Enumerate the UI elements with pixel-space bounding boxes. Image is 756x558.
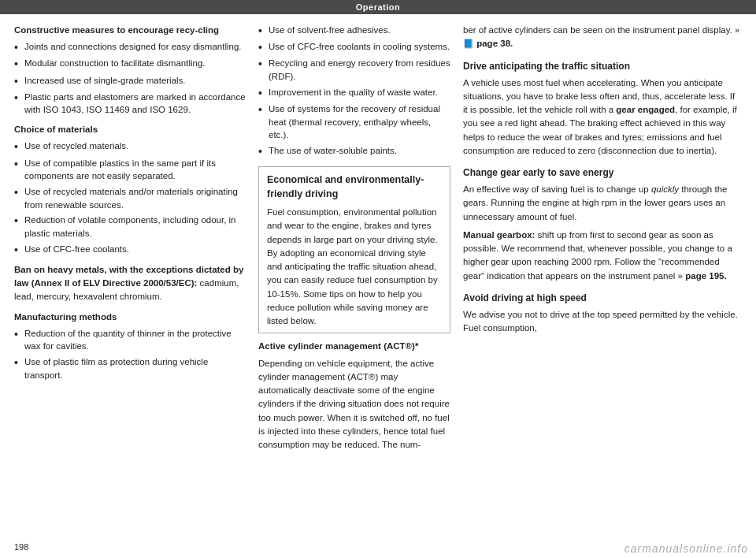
bullet-text: Reduction of volatile components, includ… [24, 214, 246, 240]
section1-title: Constructive measures to encourage recy-… [14, 24, 246, 37]
bullet-text: Use of recycled materials. [24, 140, 246, 153]
list-item: • Increased use of single-grade material… [14, 74, 246, 88]
bullet-icon: • [14, 40, 22, 54]
bullet-icon: • [14, 74, 22, 88]
quickly-italic: quickly [651, 184, 679, 194]
bullet-icon: • [258, 144, 266, 158]
bullet-text: Use of CFC-free coolants in cooling syst… [269, 40, 450, 54]
bullet-icon: • [258, 57, 266, 71]
section4-title: Manufacturing methods [14, 311, 246, 324]
bullet-text: Modular construction to facilitate disma… [24, 57, 246, 70]
act-continuation: ber of active cylinders can be seen on t… [463, 24, 742, 51]
bullet-text: Use of CFC-free coolants. [24, 243, 246, 256]
list-item: • Modular construction to facilitate dis… [14, 57, 246, 71]
act-ref-text: page 38. [476, 39, 513, 48]
book-icon: 📘 [463, 39, 474, 48]
bullet-icon: • [14, 185, 22, 199]
bullet-text: Plastic parts and elastomers are marked … [24, 91, 246, 117]
list-item: • Reduction of volatile components, incl… [14, 214, 246, 240]
manual-gearbox-bold: Manual gearbox: [463, 230, 535, 240]
watermark-text: carmanualsonline.info [624, 542, 748, 555]
middle-column: • Use of solvent-free adhesives. • Use o… [258, 24, 463, 552]
avoid-speed-body: We advise you not to drive at the top sp… [463, 308, 742, 336]
act-body: Depending on vehicle equipment, the acti… [258, 357, 450, 452]
bullet-text: Use of compatible plastics in the same p… [24, 157, 246, 183]
bullet-icon: • [258, 102, 266, 117]
eco-box-wrapper: Economical and environmentally-friendly … [258, 166, 450, 333]
eco-box-body: Fuel consumption, environmental pollutio… [267, 206, 442, 328]
list-item: • Use of compatible plastics in the same… [14, 157, 246, 183]
right-column: ber of active cylinders can be seen on t… [463, 24, 742, 552]
bullet-icon: • [14, 214, 22, 228]
eco-box: Economical and environmentally-friendly … [258, 166, 450, 333]
list-item: • Use of plastic film as protection duri… [14, 355, 246, 381]
list-item: • Use of systems for the recovery of res… [258, 102, 450, 142]
bullet-text: The use of water-soluble paints. [269, 144, 450, 158]
eco-box-title: Economical and environmentally-friendly … [267, 173, 442, 201]
drive-anticipate-title: Drive anticipating the traffic situation [463, 59, 742, 73]
bullet-text: Increased use of single-grade materials. [24, 74, 246, 87]
list-item: • Use of CFC-free coolants. [14, 243, 246, 257]
list-item: • The use of water-soluble paints. [258, 144, 450, 158]
list-item: • Reduction of the quantity of thinner i… [14, 327, 246, 353]
list-item: • Use of recycled materials and/or mater… [14, 185, 246, 211]
act-title: Active cylinder management (ACT®)* [258, 340, 450, 353]
bullet-icon: • [14, 243, 22, 257]
page-number: 198 [14, 542, 28, 552]
act-cont-text: ber of active cylinders can be seen on t… [463, 25, 732, 35]
list-item: • Use of CFC-free coolants in cooling sy… [258, 40, 450, 54]
avoid-speed-title: Avoid driving at high speed [463, 291, 742, 305]
change-gear-title: Change gear early to save energy [463, 166, 742, 180]
bullet-text: Joints and connections designed for easy… [24, 40, 246, 54]
bullet-text: Use of recycled materials and/or materia… [24, 185, 246, 211]
bullet-text: Use of plastic film as protection during… [24, 355, 246, 381]
bullet-text: Improvement in the quality of waste wate… [269, 86, 450, 99]
section2-title: Choice of materials [14, 123, 246, 136]
header-bar: Operation [0, 0, 756, 14]
page-container: Operation Constructive measures to encou… [0, 0, 756, 558]
bullet-icon: • [14, 140, 22, 154]
left-column: Constructive measures to encourage recy-… [14, 24, 258, 552]
drive-anticipate-body: A vehicle uses most fuel when accelerati… [463, 76, 742, 158]
bullet-text: Recycling and energy recovery from resid… [269, 57, 450, 83]
arrow-ref2-icon: » [678, 271, 683, 281]
ref-page-195: page 195. [685, 271, 726, 281]
bullet-icon: • [258, 24, 266, 38]
arrow-ref-icon: » [735, 25, 739, 35]
list-item: • Joints and connections designed for ea… [14, 40, 246, 54]
list-item: • Use of recycled materials. [14, 140, 246, 154]
list-item: • Improvement in the quality of waste wa… [258, 86, 450, 100]
header-label: Operation [356, 2, 400, 12]
bullet-icon: • [258, 40, 266, 54]
gear-engaged-bold: gear engaged [616, 105, 675, 114]
bullet-text: Use of solvent-free adhesives. [269, 24, 450, 37]
bullet-icon: • [14, 91, 22, 105]
change-gear-body: An effective way of saving fuel is to ch… [463, 183, 742, 224]
section3-block: Ban on heavy metals, with the exceptions… [14, 263, 246, 304]
manual-gearbox-body: Manual gearbox: shift up from first to s… [463, 229, 742, 283]
bullet-text: Reduction of the quantity of thinner in … [24, 327, 246, 353]
content-area: Constructive measures to encourage recy-… [0, 14, 756, 558]
bullet-icon: • [14, 355, 22, 370]
bullet-icon: • [14, 57, 22, 71]
list-item: • Plastic parts and elastomers are marke… [14, 91, 246, 117]
bullet-icon: • [14, 157, 22, 171]
bullet-text: Use of systems for the recovery of resid… [269, 102, 450, 142]
list-item: • Recycling and energy recovery from res… [258, 57, 450, 83]
list-item: • Use of solvent-free adhesives. [258, 24, 450, 38]
bullet-icon: • [14, 327, 22, 341]
bullet-icon: • [258, 86, 266, 100]
